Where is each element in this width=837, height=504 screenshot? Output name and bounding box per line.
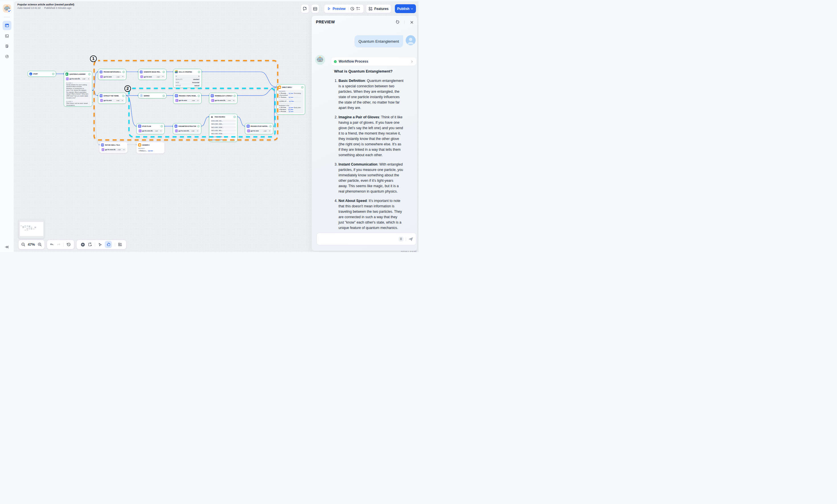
svg-text:ENV: ENV	[314, 8, 317, 10]
